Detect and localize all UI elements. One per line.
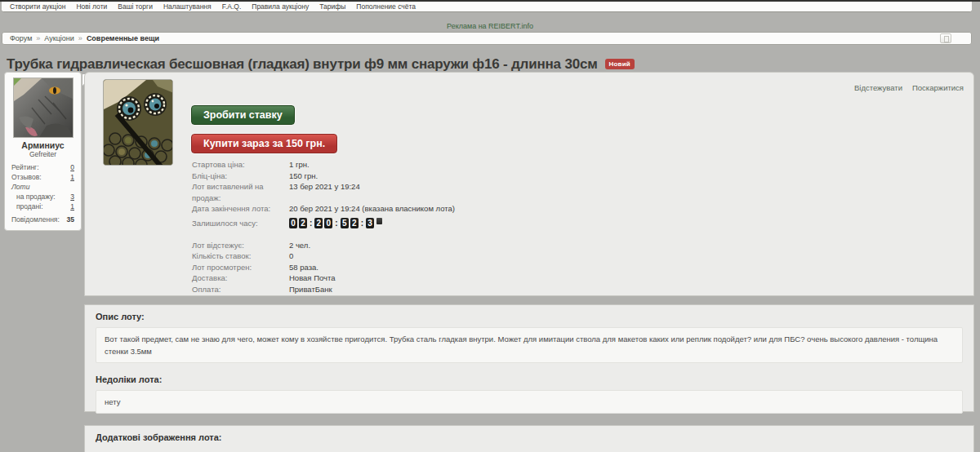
- countdown-digit: 0: [289, 218, 297, 228]
- detail-row: Лот виставлений на продаж: 13 бер 2021 у…: [192, 181, 455, 203]
- page-title-text: Трубка гидравлическая бесшовная (гладкая…: [7, 56, 598, 72]
- detail-label: Стартова ціна:: [192, 159, 289, 171]
- sold-value[interactable]: 1: [70, 202, 74, 211]
- seller-rank: Gefreiter: [5, 150, 81, 158]
- detail-label: Оплата:: [192, 284, 289, 295]
- breadcrumb-separator: »: [78, 34, 82, 42]
- top-navbar: Створити аукціонНові лотиВаші торгиНалаш…: [2, 2, 972, 12]
- stat-row-sold: продані: 1: [5, 202, 81, 211]
- nav-item[interactable]: Правила аукціону: [252, 2, 309, 11]
- detail-value: 1 грн.: [289, 159, 310, 171]
- rating-label: Рейтинг:: [11, 162, 39, 172]
- stat-row-forsale: на продажу: 3: [5, 192, 81, 202]
- owl-fabric-image: [104, 80, 173, 166]
- sold-label: продані:: [16, 202, 43, 211]
- reviews-value[interactable]: 1: [70, 172, 74, 182]
- countdown-digit: 2: [299, 218, 307, 228]
- countdown-colon: :: [361, 219, 363, 228]
- detail-value: 2 чел.: [289, 240, 310, 251]
- forsale-label: на продажу:: [16, 192, 56, 202]
- stat-row-lots: Лоти: [5, 182, 81, 192]
- lot-photo[interactable]: [103, 79, 173, 166]
- countdown-digit: 3: [366, 218, 374, 228]
- detail-row: Бліц-ціна: 150 грн.: [192, 171, 455, 182]
- detail-row: Дата закінчення лота: 20 бер 2021 у 19:2…: [192, 203, 455, 215]
- extra-images-heading: Додаткові зображення лота:: [96, 432, 963, 442]
- breadcrumb: Форум » Аукціони » Современные вещи: [2, 32, 972, 45]
- page-title: Трубка гидравлическая бесшовная (гладкая…: [7, 56, 635, 73]
- bid-button[interactable]: Зробити ставку: [191, 105, 295, 125]
- countdown-colon: :: [310, 219, 312, 228]
- breadcrumb-separator: »: [36, 34, 40, 42]
- description-heading: Опис лоту:: [96, 312, 963, 321]
- time-left-label: Залишилося часу:: [192, 219, 289, 228]
- detail-label: Кількість ставок:: [192, 250, 289, 262]
- stat-row-reviews: Отзывов: 1: [5, 172, 81, 182]
- detail-row: Оплата: ПриватБанк: [192, 284, 455, 295]
- extra-images-panel: Додаткові зображення лота:: [84, 425, 974, 452]
- lot-panel: Відстежувати Поскаржитися Зробити ставку…: [84, 72, 974, 296]
- messages-value: 35: [67, 215, 74, 224]
- detail-label: Бліц-ціна:: [192, 171, 289, 182]
- nav-item[interactable]: Ваші торги: [118, 2, 153, 11]
- detail-row: Лот просмотрен: 58 раза.: [192, 262, 455, 273]
- countdown-row: Залишилося часу: 0 2 : 2 0 : 5 2 : 3: [192, 217, 455, 230]
- ad-row: Реклама на REIBERT.info: [0, 17, 980, 32]
- nav-item[interactable]: Нові лоти: [76, 2, 107, 11]
- rating-value[interactable]: 0: [70, 162, 74, 172]
- countdown-timer: 0 2 : 2 0 : 5 2 : 3: [289, 218, 382, 228]
- detail-label: Дата закінчення лота:: [192, 203, 289, 215]
- seller-avatar[interactable]: [13, 78, 74, 138]
- detail-label: Лот виставлений на продаж:: [192, 181, 289, 203]
- detail-value: 20 бер 2021 у 19:24 (вказана власником л…: [289, 203, 455, 215]
- forsale-value[interactable]: 3: [70, 192, 74, 202]
- breadcrumb-corner-button[interactable]: [940, 33, 951, 43]
- stat-row-messages: Повідомлення: 35: [5, 215, 81, 224]
- watch-link[interactable]: Відстежувати: [854, 83, 902, 92]
- detail-value: 58 раза.: [289, 262, 318, 273]
- stat-row-rating: Рейтинг: 0: [5, 162, 81, 172]
- nav-item[interactable]: Створити аукціон: [10, 2, 65, 11]
- description-panel: Опис лоту: Вот такой предмет, сам не зна…: [84, 304, 974, 412]
- lot-action-links: Відстежувати Поскаржитися: [854, 83, 964, 92]
- detail-value: Новая Почта: [289, 273, 336, 284]
- countdown-flip-stub: [376, 218, 382, 224]
- description-text: Вот такой предмет, сам не знаю для чего,…: [96, 327, 963, 363]
- detail-label: Лот відстежує:: [192, 240, 289, 251]
- lot-details: Стартова ціна: 1 грн. Бліц-ціна: 150 грн…: [192, 159, 455, 295]
- detail-row: Стартова ціна: 1 грн.: [192, 159, 455, 171]
- detail-label: Лот просмотрен:: [192, 262, 289, 273]
- breadcrumb-current: Современные вещи: [87, 34, 159, 42]
- countdown-digit: 5: [341, 218, 349, 228]
- detail-value: 0: [289, 250, 293, 262]
- nav-item[interactable]: Пополнение счёта: [356, 2, 416, 11]
- detail-row: Доставка: Новая Почта: [192, 273, 455, 284]
- new-badge: Новий: [605, 59, 635, 69]
- detail-value: ПриватБанк: [289, 284, 332, 295]
- detail-value: 13 бер 2021 у 19:24: [289, 181, 360, 193]
- countdown-digit: 2: [314, 218, 323, 228]
- cat-avatar-image: [14, 78, 74, 138]
- lots-label: Лоти: [11, 182, 29, 192]
- messages-label: Повідомлення:: [11, 215, 60, 224]
- nav-item[interactable]: F.A.Q.: [222, 2, 242, 11]
- countdown-colon: :: [335, 219, 337, 228]
- nav-item[interactable]: Налаштування: [163, 2, 212, 11]
- seller-name[interactable]: Арминиус: [5, 140, 81, 150]
- ad-link[interactable]: Реклама на REIBERT.info: [447, 22, 533, 30]
- report-link[interactable]: Поскаржитися: [912, 83, 964, 92]
- countdown-digit: 2: [350, 218, 359, 228]
- online-indicator-icon: [14, 78, 21, 86]
- flaws-heading: Недоліки лота:: [96, 374, 963, 384]
- detail-row: Лот відстежує: 2 чел.: [192, 240, 455, 251]
- breadcrumb-link-auctions[interactable]: Аукціони: [44, 34, 74, 42]
- detail-row: Кількість ставок: 0: [192, 250, 455, 262]
- detail-value: 150 грн.: [289, 171, 318, 182]
- flaws-text: нету: [96, 390, 963, 414]
- detail-label: Доставка:: [192, 273, 289, 284]
- nav-item[interactable]: Тарифы: [319, 2, 345, 11]
- seller-card: Арминиус Gefreiter Рейтинг: 0 Отзывов: 1…: [4, 72, 82, 231]
- breadcrumb-link-forum[interactable]: Форум: [10, 34, 32, 42]
- reviews-label: Отзывов:: [11, 172, 42, 182]
- buy-now-button[interactable]: Купити зараз за 150 грн.: [191, 134, 337, 153]
